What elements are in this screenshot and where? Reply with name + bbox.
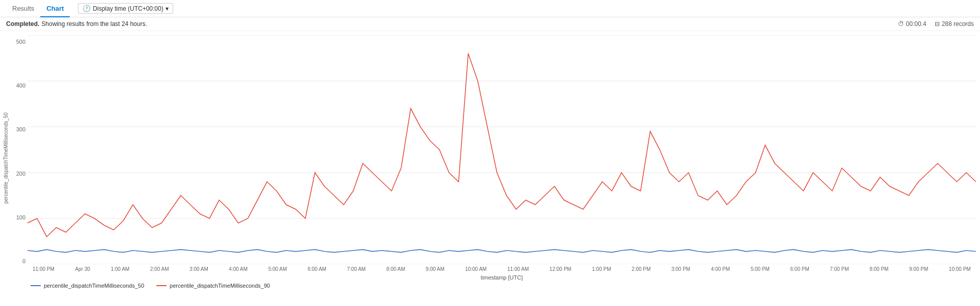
x-tick-label: 3:00 PM <box>671 266 690 272</box>
x-tick-label: 11:00 PM <box>33 266 55 272</box>
x-axis-labels: 11:00 PMApr 301:00 AM2:00 AM3:00 AM4:00 … <box>28 266 976 272</box>
chart-container: 11:00 PMApr 301:00 AM2:00 AM3:00 AM4:00 … <box>28 35 976 281</box>
x-tick-label: 9:00 AM <box>426 266 445 272</box>
display-time-button[interactable]: 🕐 Display time (UTC+00:00) ▾ <box>78 3 173 14</box>
status-left: Completed. Showing results from the last… <box>6 20 147 27</box>
x-tick-label: 2:00 PM <box>632 266 650 272</box>
chart-svg <box>28 35 976 264</box>
status-right: ⏱ 00:00.4 ⊟ 288 records <box>898 20 974 27</box>
x-tick-label: 5:00 PM <box>751 266 770 272</box>
x-tick-label: 10:00 AM <box>465 266 486 272</box>
legend-label-p50: percentile_dispatchTimeMilliseconds_50 <box>44 283 144 289</box>
x-tick-label: 5:00 AM <box>268 266 287 272</box>
x-axis: 11:00 PMApr 301:00 AM2:00 AM3:00 AM4:00 … <box>28 264 976 281</box>
x-tick-label: 10:00 PM <box>949 266 971 272</box>
x-tick-label: 4:00 PM <box>711 266 730 272</box>
legend-item-p90: percentile_dispatchTimeMilliseconds_90 <box>156 283 270 289</box>
x-tick-label: 3:00 AM <box>189 266 208 272</box>
chevron-down-icon: ▾ <box>166 5 169 12</box>
x-tick-label: 7:00 PM <box>830 266 849 272</box>
x-tick-label: 1:00 PM <box>592 266 611 272</box>
status-time: ⏱ 00:00.4 <box>898 20 927 27</box>
x-tick-label: 2:00 AM <box>150 266 169 272</box>
x-tick-label: 8:00 PM <box>869 266 888 272</box>
x-axis-title: timestamp [UTC] <box>481 274 523 281</box>
legend-label-p90: percentile_dispatchTimeMilliseconds_90 <box>170 283 270 289</box>
y-axis: 500 400 300 200 100 0 <box>9 35 28 281</box>
status-message: Showing results from the last 24 hours. <box>41 20 147 27</box>
x-tick-label: 6:00 AM <box>308 266 326 272</box>
x-tick-label: 7:00 AM <box>347 266 366 272</box>
timer-icon: ⏱ <box>898 20 904 27</box>
x-tick-label: 9:00 PM <box>909 266 928 272</box>
x-tick-label: 8:00 AM <box>387 266 405 272</box>
clock-icon: 🕐 <box>83 5 91 12</box>
status-completed: Completed. <box>6 20 39 27</box>
x-tick-label: Apr 30 <box>75 266 90 272</box>
x-tick-label: 12:00 PM <box>550 266 571 272</box>
status-records: ⊟ 288 records <box>935 20 974 27</box>
x-tick-label: 6:00 PM <box>790 266 809 272</box>
legend-line-p50 <box>31 285 41 286</box>
legend-item-p50: percentile_dispatchTimeMilliseconds_50 <box>31 283 144 289</box>
tab-results[interactable]: Results <box>6 0 40 17</box>
table-icon: ⊟ <box>935 20 940 27</box>
x-tick-label: 11:00 AM <box>507 266 529 272</box>
top-bar: Results Chart 🕐 Display time (UTC+00:00)… <box>0 0 980 17</box>
status-bar: Completed. Showing results from the last… <box>0 17 980 31</box>
legend-line-p90 <box>156 285 167 286</box>
legend: percentile_dispatchTimeMilliseconds_50 p… <box>0 281 980 293</box>
x-tick-label: 4:00 AM <box>229 266 248 272</box>
chart-area: percentile_dispatchTimeMilliseconds_50 5… <box>0 31 980 281</box>
x-tick-label: 1:00 AM <box>111 266 129 272</box>
tab-chart[interactable]: Chart <box>40 0 70 17</box>
y-axis-label: percentile_dispatchTimeMilliseconds_50 <box>2 35 9 281</box>
